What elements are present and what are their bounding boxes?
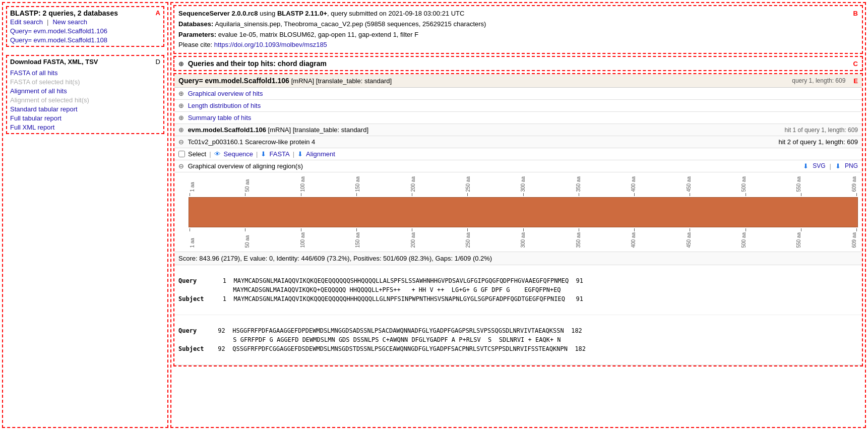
chord-title: Queries and their top hits: chord diagra… bbox=[188, 59, 327, 68]
length-distribution-label: Length distribution of hits bbox=[188, 102, 261, 109]
cite-label: Please cite: bbox=[178, 41, 212, 48]
plus-icon3: ⊕ bbox=[178, 114, 184, 121]
download-alignment-icon: ⬇ bbox=[297, 150, 303, 158]
axis-labels-top: 1 aa 50 aa 100 aa 150 aa 200 aa 250 aa 3… bbox=[189, 176, 858, 192]
plus-icon: ⊕ bbox=[178, 90, 184, 97]
query1-link[interactable]: Query= evm.model.Scaffold1.106 bbox=[10, 27, 160, 35]
fasta-all-hits-link[interactable]: FASTA of all hits bbox=[10, 69, 160, 77]
subject-label-2: Subject 92 QSSGFRFPDFCGGAGGEFDSDEWMDSLMN… bbox=[178, 345, 586, 352]
section-c[interactable]: ⊕ Queries and their top hits: chord diag… bbox=[173, 56, 863, 71]
score-text: Score: 843.96 (2179), E value: 0, Identi… bbox=[178, 255, 492, 262]
summary-table-label: Summary table of hits bbox=[188, 114, 252, 121]
subject-label-1: Subject 1 MAYMCADSGNLMAIAQQVIKQKQQQEQQQQ… bbox=[178, 295, 583, 302]
new-search-button[interactable]: New search bbox=[52, 18, 87, 26]
alignment-link[interactable]: Alignment bbox=[306, 150, 335, 158]
left-panel: BLASTP: 2 queries, 2 databases A Edit se… bbox=[2, 2, 168, 428]
section-d-letter: D bbox=[156, 58, 160, 66]
tick-row-bottom bbox=[189, 228, 858, 231]
download-title: Download FASTA, XML, TSV bbox=[10, 58, 98, 66]
section-a: BLASTP: 2 queries, 2 databases A Edit se… bbox=[6, 6, 164, 47]
hit2-header: ⊖ Tc01v2_p003160.1 Scarecrow-like protei… bbox=[174, 136, 862, 148]
middle-2: S GFRFPDF G AGGEFD DEWMDSLMN GDS DSSNLPS… bbox=[178, 336, 561, 343]
download-fasta-icon: ⬇ bbox=[261, 150, 266, 158]
sequence-link[interactable]: Sequence bbox=[224, 150, 254, 158]
query-header: Query= evm.model.Scaffold1.106 [mRNA] [t… bbox=[174, 74, 862, 88]
fasta-selected-hits-link: FASTA of selected hit(s) bbox=[10, 78, 160, 86]
alignment-all-hits-link[interactable]: Alignment of all hits bbox=[10, 87, 160, 95]
edit-search-button[interactable]: Edit search bbox=[10, 18, 43, 26]
select-label: Select bbox=[188, 150, 206, 158]
section-e: Query= evm.model.Scaffold1.106 [mRNA] [t… bbox=[173, 73, 863, 366]
query-label-2: Query 92 HSGGFRFPDFAGAAGGEFDPDEWMDSLMNGG… bbox=[178, 327, 582, 334]
png-link[interactable]: PNG bbox=[845, 162, 858, 170]
query-title: Query= evm.model.Scaffold1.106 [mRNA] [t… bbox=[178, 77, 392, 85]
query-brackets: [mRNA] [translate_table: standard] bbox=[291, 77, 392, 85]
blast-version: BLASTP 2.11.0+ bbox=[277, 10, 327, 17]
hit1-brackets: [mRNA] [translate_table: standard] bbox=[268, 126, 368, 134]
hit2-meta: hit 2 of query 1, length: 609 bbox=[778, 138, 858, 146]
cite-link[interactable]: https://doi.org/10.1093/molbev/msz185 bbox=[214, 41, 327, 48]
section-b-letter: B bbox=[853, 9, 858, 19]
alignment-bar bbox=[189, 197, 858, 227]
graphical-aligning-label: Graphical overview of aligning region(s) bbox=[188, 162, 303, 170]
graphical-overview-row[interactable]: ⊕ Graphical overview of hits bbox=[174, 88, 862, 100]
summary-table-row[interactable]: ⊕ Summary table of hits bbox=[174, 112, 862, 124]
blastp-title: BLASTP: 2 queries, 2 databases bbox=[10, 9, 118, 17]
download-png-icon: ⬇ bbox=[835, 162, 841, 170]
section-c-letter: C bbox=[853, 60, 858, 68]
alignment-block-2: Query 92 HSGGFRFPDFAGAAGGEFDPDEWMDSLMNGG… bbox=[174, 315, 862, 365]
parameters-value: evalue 1e-05, matrix BLOSUM62, gap-open … bbox=[216, 31, 418, 38]
alignment-block-1: Query 1 MAYMCADSGNLMAIAQQVIKQKQEQEQQQQQQ… bbox=[174, 265, 862, 315]
submit-info: , query submitted on 2021-09-18 03:00:21… bbox=[327, 10, 464, 17]
query-label-1: Query 1 MAYMCADSGNLMAIAQQVIKQKQEQEQQQQQQ… bbox=[178, 277, 583, 284]
hit1-row: ⊕ evm.model.Scaffold1.106 [mRNA] [transl… bbox=[174, 124, 862, 136]
right-panel: SequenceServer 2.0.0.rc8 using BLASTP 2.… bbox=[170, 2, 866, 428]
query2-link[interactable]: Query= evm.model.Scaffold1.108 bbox=[10, 36, 160, 44]
standard-tabular-link[interactable]: Standard tabular report bbox=[10, 105, 160, 113]
section-d: Download FASTA, XML, TSV D FASTA of all … bbox=[6, 55, 164, 134]
full-xml-link[interactable]: Full XML report bbox=[10, 124, 160, 131]
graphical-overview-label: Graphical overview of hits bbox=[188, 90, 263, 97]
using-label: using bbox=[258, 10, 277, 17]
axis-labels-bottom: 1 aa 50 aa 100 aa 150 aa 200 aa 250 aa 3… bbox=[189, 232, 858, 248]
score-row: Score: 843.96 (2179), E value: 0, Identi… bbox=[174, 252, 862, 265]
full-tabular-link[interactable]: Full tabular report bbox=[10, 114, 160, 122]
hit2-title: Tc01v2_p003160.1 bbox=[188, 138, 243, 146]
hit2-minus-icon: ⊖ bbox=[178, 138, 184, 146]
download-svg-icon: ⬇ bbox=[803, 162, 809, 170]
section-e-letter: E bbox=[853, 77, 858, 85]
hit2-desc: Scarecrow-like protein 4 bbox=[245, 138, 315, 146]
length-distribution-row[interactable]: ⊕ Length distribution of hits bbox=[174, 100, 862, 112]
alignment-selected-hits-link: Alignment of selected hit(s) bbox=[10, 96, 160, 104]
server-version: SequenceServer 2.0.0.rc8 bbox=[178, 10, 258, 17]
aligning-minus-icon: ⊖ bbox=[178, 162, 184, 170]
query-meta: query 1, length: 609 bbox=[792, 77, 845, 84]
plus-chord-icon: ⊕ bbox=[178, 60, 184, 68]
databases-value: Aquilaria_sinensis.pep, Theobroma_cacao_… bbox=[213, 20, 486, 28]
middle-1: MAYMCADSGNLMAIAQQVIKQKQ+QEQQQQQ HHQQQQLL… bbox=[178, 286, 561, 293]
svg-link[interactable]: SVG bbox=[813, 162, 825, 170]
section-a-letter: A bbox=[156, 9, 160, 17]
graphical-aligning-row[interactable]: ⊖ Graphical overview of aligning region(… bbox=[174, 160, 862, 172]
fasta-link[interactable]: FASTA bbox=[269, 150, 289, 158]
hit1-title: evm.model.Scaffold1.106 bbox=[188, 126, 266, 134]
parameters-label: Parameters: bbox=[178, 31, 216, 38]
plus-icon2: ⊕ bbox=[178, 102, 184, 109]
hit-actions: Select | 👁 Sequence | ⬇ FASTA | ⬇ Alignm… bbox=[174, 148, 862, 160]
select-checkbox[interactable] bbox=[178, 151, 185, 157]
eye-icon: 👁 bbox=[214, 150, 221, 158]
alignment-chart: 1 aa 50 aa 100 aa 150 aa 200 aa 250 aa 3… bbox=[174, 172, 862, 252]
databases-label: Databases: bbox=[178, 20, 213, 28]
tick-row-top bbox=[189, 193, 858, 196]
section-b: SequenceServer 2.0.0.rc8 using BLASTP 2.… bbox=[173, 5, 863, 54]
chart-download-icons: ⬇ SVG | ⬇ PNG bbox=[803, 162, 858, 170]
hit2-expanded: ⊖ Tc01v2_p003160.1 Scarecrow-like protei… bbox=[174, 136, 862, 365]
hit1-meta: hit 1 of query 1, length: 609 bbox=[785, 127, 858, 134]
hit1-plus-icon: ⊕ bbox=[178, 126, 184, 134]
